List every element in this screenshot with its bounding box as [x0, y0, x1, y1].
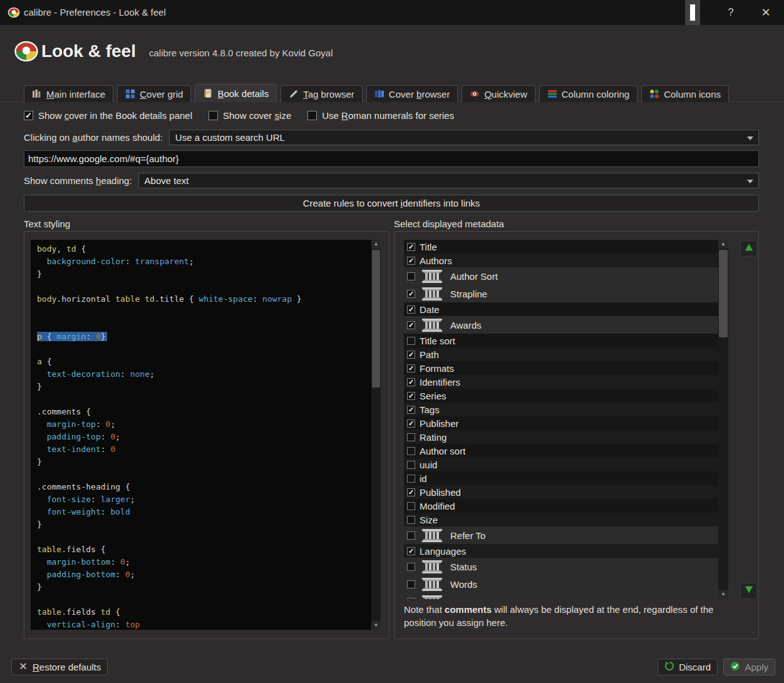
checkbox[interactable] [407, 502, 415, 510]
list-item-title-sort[interactable]: Title sort [404, 334, 718, 347]
list-item-label: Authors [420, 255, 452, 266]
scrollbar-thumb[interactable] [719, 250, 728, 337]
checkbox[interactable] [407, 433, 415, 441]
tab-column-coloring[interactable]: Column coloring [539, 85, 637, 102]
list-item-identifiers[interactable]: ✓Identifiers [404, 375, 718, 389]
list-item-uuid[interactable]: uuid [404, 458, 718, 471]
checkbox[interactable] [407, 516, 415, 524]
checkbox[interactable]: ✓ [407, 392, 415, 400]
list-item-words[interactable]: Words [404, 575, 718, 593]
list-item-authors[interactable]: ✓Authors [404, 254, 718, 267]
code-line [37, 280, 371, 293]
list-item-modified[interactable]: Modified [404, 499, 718, 513]
checkbox[interactable] [307, 111, 317, 120]
close-button[interactable]: ✕ [758, 5, 774, 20]
list-item-author-sort[interactable]: Author Sort [404, 267, 718, 285]
checkbox[interactable] [209, 111, 218, 120]
tab-cover-grid[interactable]: Cover grid [117, 85, 191, 102]
code-line: a { [37, 356, 371, 368]
comments-heading-dropdown[interactable]: Above text [138, 173, 759, 188]
list-item-has-notes[interactable]: Has Notes [404, 593, 718, 599]
checkbox[interactable]: ✓ [407, 257, 415, 265]
scroll-up-icon[interactable]: ▲ [371, 240, 381, 249]
move-up-button[interactable] [740, 240, 757, 257]
code-editor[interactable]: body, td { background-color: transparent… [31, 240, 371, 630]
list-item-date[interactable]: ✓Date [404, 302, 718, 316]
restore-defaults-button[interactable]: Restore defaults [11, 659, 108, 675]
tab-cover-browser[interactable]: Cover browser [366, 85, 458, 102]
checkbox[interactable]: ✓ [407, 364, 415, 372]
tab-main-interface[interactable]: Main interface [24, 85, 113, 102]
tab-tag-browser[interactable]: Tag browser [281, 85, 363, 102]
list-item-label: Publisher [420, 418, 459, 429]
checkbox[interactable] [407, 598, 415, 600]
checkbox[interactable]: ✓ [407, 488, 415, 496]
checkbox[interactable]: ✓ [24, 111, 33, 120]
list-item-tags[interactable]: ✓Tags [404, 403, 718, 416]
help-button[interactable]: ? [723, 5, 739, 20]
list-item-rating[interactable]: Rating [404, 430, 718, 444]
checkbox[interactable]: ✓ [407, 547, 415, 555]
checkbox[interactable]: ✓ [407, 378, 415, 386]
checkbox[interactable] [407, 580, 415, 588]
code-line: text-decoration: none; [37, 368, 371, 381]
list-item-languages[interactable]: ✓Languages [404, 544, 718, 558]
list-item-id[interactable]: id [404, 471, 718, 485]
checkbox[interactable] [407, 461, 415, 469]
list-scrollbar[interactable]: ▲ ▼ [718, 240, 728, 599]
checkbox[interactable]: ✓ [407, 243, 415, 251]
list-item-awards[interactable]: ✓Awards [404, 316, 718, 334]
code-line: padding-bottom: 0; [37, 568, 371, 581]
tab-quickview[interactable]: Quickview [462, 85, 535, 102]
code-line: table.fields td { [37, 606, 371, 619]
checkbox[interactable] [407, 337, 415, 345]
scroll-down-icon[interactable]: ▼ [371, 621, 381, 630]
checkbox[interactable] [407, 272, 415, 280]
list-item-strapline[interactable]: ✓Strapline [404, 285, 718, 302]
list-item-series[interactable]: ✓Series [404, 389, 718, 403]
discard-button[interactable]: Discard [658, 659, 718, 675]
checkbox[interactable] [407, 447, 415, 455]
option-show-cover-in-the-book-details-panel[interactable]: ✓Show cover in the Book details panel [24, 110, 192, 121]
option-label: Show cover size [223, 110, 291, 121]
checkbox[interactable]: ✓ [407, 290, 415, 298]
options-row: ✓Show cover in the Book details panelSho… [24, 110, 454, 121]
checkbox[interactable] [407, 563, 415, 571]
list-item-refer-to[interactable]: Refer To [404, 526, 718, 544]
tab-book-details[interactable]: Book details [195, 84, 277, 102]
custom-url-input[interactable] [24, 150, 759, 167]
list-item-title[interactable]: ✓Title [404, 240, 718, 254]
list-item-size[interactable]: Size [404, 513, 718, 526]
tab-column-icons[interactable]: Column icons [641, 85, 729, 102]
list-item-path[interactable]: ✓Path [404, 347, 718, 361]
checkbox[interactable]: ✓ [407, 351, 415, 359]
apply-button[interactable]: Apply [723, 659, 775, 675]
scrollbar-thumb[interactable] [372, 250, 380, 388]
scroll-down-icon[interactable]: ▼ [718, 590, 728, 599]
checkbox[interactable]: ✓ [407, 419, 415, 428]
text-styling-label: Text styling [24, 218, 70, 229]
option-show-cover-size[interactable]: Show cover size [209, 110, 291, 121]
list-item-label: Formats [420, 363, 454, 374]
checkbox[interactable] [407, 532, 415, 540]
checkbox[interactable] [407, 475, 415, 483]
list-item-published[interactable]: ✓Published [404, 485, 718, 499]
checkbox[interactable]: ✓ [407, 406, 415, 414]
list-item-formats[interactable]: ✓Formats [404, 361, 718, 375]
move-down-button[interactable] [740, 583, 757, 599]
metadata-panel: ✓Title✓AuthorsAuthor Sort✓Strapline✓Date… [394, 231, 759, 639]
code-scrollbar[interactable]: ▲ ▼ [371, 240, 381, 630]
list-item-author-sort[interactable]: Author sort [404, 444, 718, 458]
list-item-publisher[interactable]: ✓Publisher [404, 416, 718, 430]
option-use-roman-numerals-for-series[interactable]: Use Roman numerals for series [307, 110, 454, 121]
author-click-dropdown[interactable]: Use a custom search URL [169, 130, 759, 145]
scroll-up-icon[interactable]: ▲ [718, 240, 728, 249]
titlebar-widget[interactable] [685, 0, 700, 25]
create-rules-button[interactable]: Create rules to convert identifiers into… [24, 195, 759, 212]
list-item-label: Status [450, 562, 477, 572]
list-item-label: Refer To [450, 530, 485, 541]
list-item-status[interactable]: Status [404, 558, 718, 575]
tab-label: Cover browser [389, 89, 450, 100]
checkbox[interactable]: ✓ [407, 306, 415, 314]
checkbox[interactable]: ✓ [407, 321, 415, 329]
